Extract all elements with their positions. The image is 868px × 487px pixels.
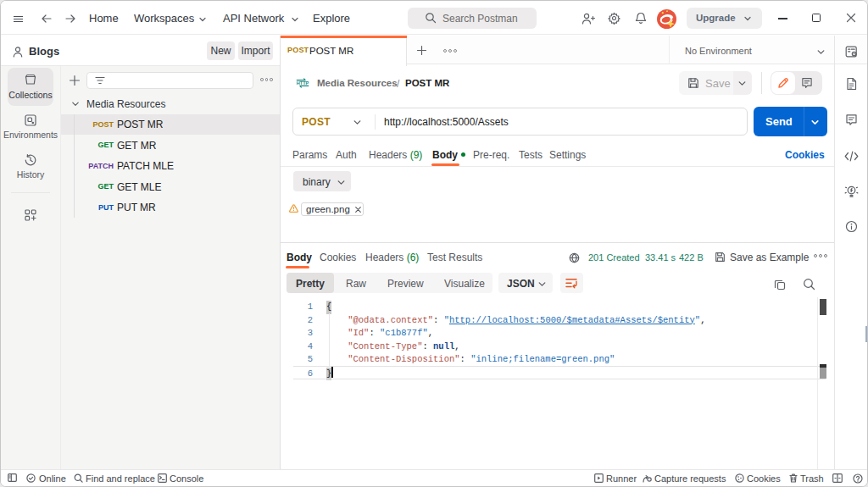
svg-text:HTTP: HTTP (297, 80, 309, 86)
